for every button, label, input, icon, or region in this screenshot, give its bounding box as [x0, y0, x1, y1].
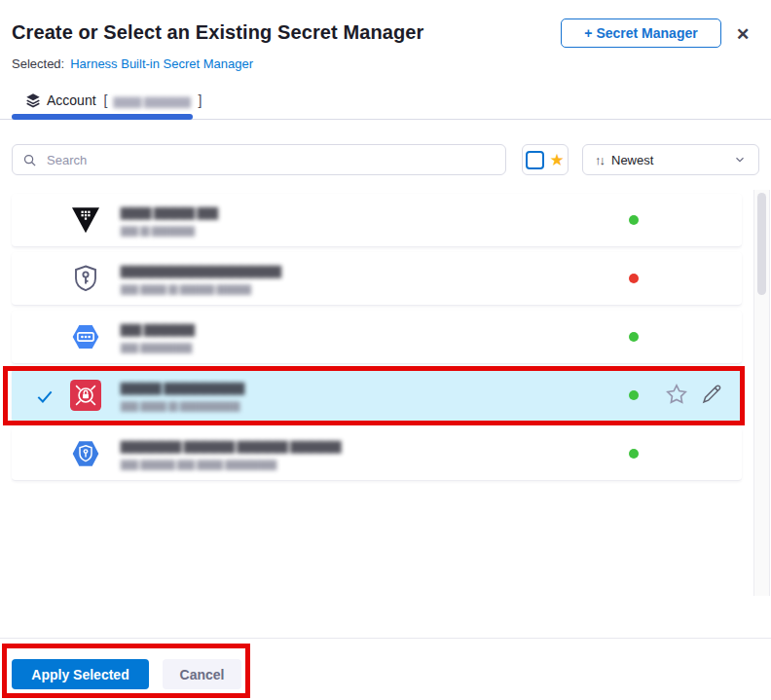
selected-label: Selected: [12, 56, 64, 71]
custom-secret-manager-icon [69, 262, 102, 295]
search-icon [22, 153, 37, 167]
aws-secrets-manager-icon [69, 379, 102, 412]
edit-pencil-icon[interactable] [700, 383, 723, 406]
secret-manager-name: ▆▆▆▆▆▆ ▆▆▆▆▆ ▆▆▆▆▆ ▆▆▆▆▆ [121, 437, 341, 453]
secret-manager-name: ▆▆▆ ▆▆▆▆ ▆▆ [121, 203, 217, 219]
selected-secret-manager-link[interactable]: Harness Built-in Secret Manager [70, 56, 253, 71]
status-connected-dot [629, 215, 639, 225]
tab-bracket-open: [ [104, 92, 108, 108]
favorites-filter: ★ [522, 144, 569, 175]
favorite-star-icon[interactable]: ★ [549, 152, 564, 168]
scrollbar-track[interactable] [753, 190, 770, 596]
status-connected-dot [629, 390, 639, 400]
secret-manager-row-selected[interactable]: ▆▆▆▆ ▆▆▆▆▆▆▆▆ ▆▆ ▆▆▆ ▆ ▆▆▆▆▆▆▆ [12, 369, 742, 423]
sort-selected-value: Newest [611, 153, 725, 167]
secret-manager-row[interactable]: ▆▆ ▆▆▆▆▆ ▆▆ ▆▆▆▆▆▆ [12, 311, 742, 364]
chevron-down-icon [733, 153, 747, 166]
tab-bracket-close: ] [199, 92, 202, 108]
tab-account-name-redacted: ▆▆▆ ▆▆▆▆▆ [113, 93, 190, 108]
sort-dropdown[interactable]: ↑↓ Newest [582, 144, 759, 175]
layers-icon [25, 92, 41, 108]
status-connected-dot [629, 449, 639, 459]
secret-manager-name: ▆▆▆▆▆▆▆▆▆▆▆▆▆▆▆▆ [121, 262, 280, 277]
page-title: Create or Select an Existing Secret Mana… [12, 21, 423, 44]
secret-manager-id: ▆▆ ▆▆▆ ▆ ▆▆▆▆▆▆▆ [121, 398, 239, 412]
gcp-secret-manager-icon [69, 320, 102, 353]
secret-manager-id: ▆▆ ▆▆▆ ▆ ▆▆▆▆ ▆▆▆▆ [121, 281, 251, 295]
harness-secret-manager-icon [69, 437, 102, 470]
secret-manager-name: ▆▆▆▆ ▆▆▆▆▆▆▆▆ [121, 379, 244, 394]
new-secret-manager-button[interactable]: + Secret Manager [561, 18, 721, 48]
favorites-checkbox[interactable] [526, 151, 544, 169]
search-box [12, 144, 506, 175]
secret-manager-row[interactable]: ▆▆▆▆▆▆ ▆▆▆▆▆ ▆▆▆▆▆ ▆▆▆▆▆ ▆▆ ▆▆▆▆ ▆▆ ▆▆▆ … [12, 427, 742, 481]
checkmark-icon [35, 387, 55, 406]
close-icon[interactable]: ✕ [731, 22, 754, 46]
footer-divider [0, 638, 771, 639]
secret-manager-row[interactable]: ▆▆▆▆▆▆▆▆▆▆▆▆▆▆▆▆ ▆▆ ▆▆▆ ▆ ▆▆▆▆ ▆▆▆▆ [12, 252, 742, 306]
secret-manager-id: ▆▆ ▆▆▆▆▆▆ [121, 340, 192, 353]
status-connected-dot [629, 332, 639, 342]
search-input[interactable] [45, 152, 496, 168]
status-error-dot [629, 274, 639, 283]
scrollbar-thumb[interactable] [757, 193, 766, 295]
secret-manager-modal: Create or Select an Existing Secret Mana… [0, 0, 771, 700]
secret-manager-id: ▆▆ ▆▆▆▆ ▆▆ ▆▆▆ ▆▆▆▆▆▆ [121, 457, 276, 470]
secret-manager-row[interactable]: ▆▆▆ ▆▆▆▆ ▆▆ ▆▆ ▆ ▆▆▆▆▆ [12, 194, 742, 247]
secret-manager-id: ▆▆ ▆ ▆▆▆▆▆ [121, 223, 195, 237]
secret-manager-name: ▆▆ ▆▆▆▆▆ [121, 320, 194, 336]
tab-account-label: Account [47, 92, 96, 108]
favorite-star-outline-icon[interactable] [664, 382, 689, 407]
cancel-button[interactable]: Cancel [163, 659, 241, 689]
sort-arrows-icon: ↑↓ [595, 153, 604, 167]
hashicorp-vault-icon [69, 203, 102, 237]
apply-selected-button[interactable]: Apply Selected [12, 659, 149, 689]
tab-account[interactable]: Account [ ▆▆▆ ▆▆▆▆▆ ] [25, 92, 202, 108]
active-tab-underline [12, 114, 193, 120]
selected-line: Selected:Harness Built-in Secret Manager [12, 56, 253, 71]
